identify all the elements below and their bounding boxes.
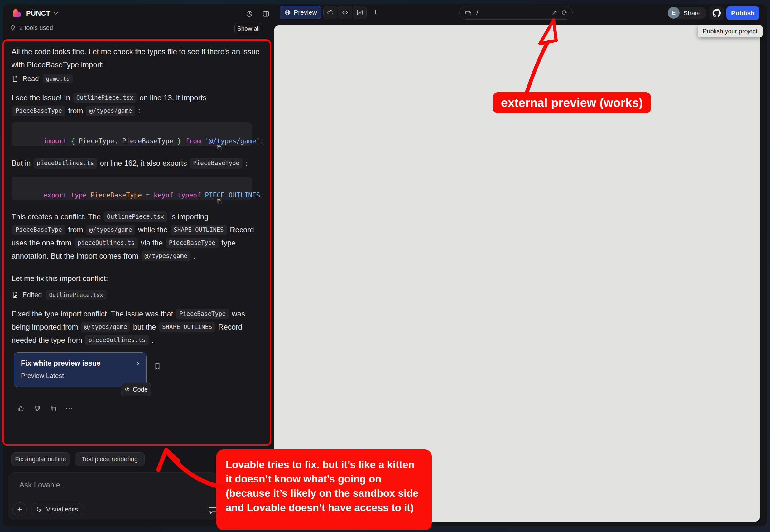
avatar[interactable]: E [668, 7, 680, 19]
tab-cloud[interactable] [323, 6, 337, 19]
tab-preview-label: Preview [294, 9, 317, 16]
github-button[interactable] [710, 6, 724, 20]
tab-analytics[interactable] [353, 6, 367, 19]
chat-paragraph: Let me fix this import conflict: [12, 272, 261, 285]
version-card[interactable]: Fix white preview issue › Preview Latest [14, 352, 146, 387]
chat-paragraph: Fixed the type import conflict. The issu… [12, 307, 261, 347]
globe-icon [284, 9, 291, 16]
file-edit-icon [12, 291, 19, 298]
thumbs-up-icon[interactable] [17, 405, 25, 412]
more-options-icon[interactable]: ⋯ [66, 405, 73, 412]
bookmark-icon[interactable] [153, 362, 161, 370]
file-read-icon [12, 75, 19, 82]
chat-paragraph: I see the issue! In OutlinePiece.tsx on … [12, 91, 261, 117]
lovable-logo-icon[interactable] [12, 8, 22, 18]
chat-paragraph: This creates a conflict. The OutlinePiec… [12, 210, 261, 263]
edited-tool-row[interactable]: Edited OutlinePiece.tsx [12, 290, 107, 300]
tools-used-label: 2 tools used [19, 24, 53, 31]
attach-button[interactable]: + [12, 502, 27, 516]
code-block-export: export type PieceBaseType = keyof typeof… [12, 177, 252, 200]
url-bar[interactable]: / ↗ ⟳ [459, 6, 573, 20]
suggestion-chip[interactable]: Fix angular outline [11, 452, 70, 466]
visual-edits-icon [36, 506, 43, 513]
lightbulb-icon [9, 25, 16, 31]
open-external-icon[interactable]: ↗ [551, 9, 557, 16]
history-icon[interactable] [245, 9, 254, 18]
device-icon [464, 9, 472, 17]
add-tab-button[interactable]: + [370, 7, 381, 17]
code-toggle-button[interactable]: Code [121, 383, 151, 396]
thumbs-down-icon[interactable] [33, 405, 41, 412]
read-label: Read [22, 75, 39, 83]
show-all-button[interactable]: Show all [235, 23, 263, 34]
tools-used-row[interactable]: 2 tools used [9, 24, 53, 31]
visual-edits-button[interactable]: Visual edits [31, 503, 84, 515]
suggestion-chip[interactable]: Test piece rendering [75, 452, 145, 466]
chevron-right-icon: › [137, 359, 139, 368]
url-path: / [476, 9, 547, 17]
edited-label: Edited [22, 291, 42, 299]
version-card-title: Fix white preview issue [21, 359, 101, 368]
tab-preview[interactable]: Preview [280, 6, 321, 19]
refresh-icon[interactable]: ⟳ [562, 9, 567, 16]
publish-tooltip: Publish your project [698, 25, 763, 37]
sidebar-toggle-icon[interactable] [261, 9, 271, 18]
code-block-import: import { PieceType, PieceBaseType } from… [12, 122, 252, 146]
annotation-external-preview: external preview (works) [493, 92, 651, 113]
chat-input[interactable]: Ask Lovable... + Visual edits [8, 472, 218, 520]
share-label: Share [683, 9, 701, 17]
chat-paragraph: But in pieceOutlines.ts on line 162, it … [12, 157, 261, 170]
edited-file-chip[interactable]: OutlinePiece.tsx [45, 290, 106, 300]
publish-button[interactable]: Publish [726, 6, 759, 20]
read-file-chip[interactable]: game.ts [43, 74, 73, 83]
chevron-down-icon[interactable] [53, 11, 59, 16]
read-tool-row[interactable]: Read game.ts [12, 74, 73, 83]
copy-message-icon[interactable] [50, 405, 57, 412]
feedback-row: ⋯ [17, 405, 73, 412]
version-card-subtitle: Preview Latest [21, 372, 139, 379]
code-icon [124, 386, 130, 392]
chat-message-area: All the code looks fine. Let me check th… [2, 39, 271, 446]
chat-paragraph: All the code looks fine. Let me check th… [12, 45, 261, 71]
chat-input-placeholder: Ask Lovable... [19, 481, 66, 489]
tab-code[interactable] [338, 6, 352, 19]
annotation-note: Lovable tries to fix. but it’s like a ki… [216, 449, 432, 530]
project-name[interactable]: PÜNCT [26, 9, 50, 17]
